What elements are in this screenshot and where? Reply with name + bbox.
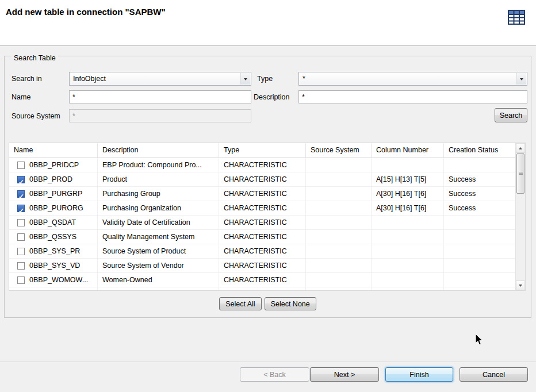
row-name: 0BBP_SYS_VD	[29, 259, 80, 272]
row-creation-status	[444, 158, 515, 172]
name-input[interactable]	[69, 90, 251, 103]
table-row[interactable]	[9, 287, 515, 290]
add-table-wizard-dialog: Add new table in connection "SAPBW" Sear…	[0, 0, 536, 392]
row-source-system	[306, 158, 372, 172]
table-row[interactable]: 0BBP_WOMOW... Women-Owned CHARACTERISTIC	[9, 273, 515, 287]
row-checkbox[interactable]	[17, 276, 25, 284]
description-label: Description	[254, 93, 290, 102]
table-row[interactable]: 0BBP_QSDAT Validity Date of Certificatio…	[9, 216, 515, 230]
description-input[interactable]	[298, 90, 527, 103]
row-checkbox[interactable]	[17, 176, 25, 183]
table-row[interactable]: 0BBP_QSSYS Quality Management System CHA…	[9, 230, 515, 244]
row-description: Product	[98, 172, 219, 186]
table-row[interactable]: 0BBP_PROD Product CHARACTERISTIC A[15] H…	[9, 172, 515, 187]
row-type: CHARACTERISTIC	[219, 230, 306, 244]
table-body: 0BBP_PRIDCP EBP Product: Compound Pro...…	[9, 158, 515, 290]
name-label: Name	[12, 93, 30, 102]
row-name: 0BBP_PROD	[29, 172, 72, 186]
search-button[interactable]: Search	[495, 108, 527, 122]
search-in-value: InfoObject	[73, 75, 106, 83]
table-row[interactable]: 0BBP_SYS_PR Source System of Product CHA…	[9, 244, 515, 259]
chevron-down-icon[interactable]	[240, 73, 250, 84]
row-source-system	[306, 187, 372, 201]
row-checkbox[interactable]	[17, 219, 25, 226]
row-type	[219, 287, 306, 290]
row-column-number: A[30] H[16] T[6]	[372, 201, 444, 215]
type-value: *	[303, 75, 305, 83]
row-creation-status	[444, 287, 515, 290]
type-dropdown[interactable]: *	[298, 72, 527, 86]
table-row[interactable]: 0BBP_PRIDCP EBP Product: Compound Pro...…	[9, 158, 515, 172]
row-creation-status: Success	[444, 187, 515, 201]
row-description: Source System of Product	[98, 244, 219, 258]
row-source-system	[306, 230, 372, 244]
row-source-system	[306, 172, 372, 186]
column-header-type[interactable]: Type	[219, 143, 306, 157]
row-type: CHARACTERISTIC	[219, 172, 306, 186]
search-in-label: Search in	[12, 74, 42, 83]
source-system-input	[69, 109, 251, 122]
row-name: 0BBP_SYS_PR	[29, 244, 80, 258]
table-row[interactable]: 0BBP_PURORG Purchasing Organization CHAR…	[9, 201, 515, 216]
finish-button[interactable]: Finish	[385, 367, 453, 382]
scrollbar-thumb[interactable]	[516, 153, 524, 194]
select-all-button[interactable]: Select All	[219, 297, 261, 310]
row-creation-status	[444, 244, 515, 258]
column-header-description[interactable]: Description	[98, 143, 219, 157]
table-row[interactable]: 0BBP_SYS_VD Source System of Vendor CHAR…	[9, 259, 515, 273]
next-button[interactable]: Next >	[310, 367, 379, 382]
row-name: 0BBP_PURORG	[29, 201, 83, 215]
row-source-system	[306, 287, 372, 290]
row-column-number	[372, 287, 444, 290]
row-column-number	[372, 158, 444, 172]
row-description: Quality Management System	[98, 230, 219, 244]
row-description: EBP Product: Compound Pro...	[98, 158, 219, 172]
column-header-creation-status[interactable]: Creation Status	[444, 143, 515, 157]
table-row[interactable]: 0BBP_PURGRP Purchasing Group CHARACTERIS…	[9, 187, 515, 201]
chevron-down-icon[interactable]	[516, 73, 526, 84]
row-type: CHARACTERISTIC	[219, 158, 306, 172]
row-column-number: A[15] H[13] T[5]	[372, 172, 444, 186]
cancel-button[interactable]: Cancel	[460, 367, 528, 382]
row-source-system	[306, 201, 372, 215]
row-source-system	[306, 273, 372, 287]
row-checkbox[interactable]	[17, 205, 25, 212]
row-type: CHARACTERISTIC	[219, 259, 306, 272]
row-description: Validity Date of Certification	[98, 216, 219, 229]
row-name: 0BBP_QSDAT	[29, 216, 76, 229]
scroll-up-icon[interactable]	[516, 143, 525, 153]
row-creation-status	[444, 230, 515, 244]
row-column-number	[372, 230, 444, 244]
mouse-cursor	[475, 333, 484, 346]
page-title: Add new table in connection "SAPBW"	[6, 7, 166, 17]
group-label: Search Table	[12, 54, 58, 63]
row-checkbox[interactable]	[17, 162, 25, 169]
search-table-group: Search Table Search in InfoObject Type *…	[4, 56, 531, 318]
row-description: Purchasing Organization	[98, 201, 219, 215]
back-button: < Back	[240, 367, 309, 382]
row-name: 0BBP_PURGRP	[29, 187, 82, 201]
search-in-dropdown[interactable]: InfoObject	[69, 72, 251, 86]
row-creation-status: Success	[444, 201, 515, 215]
row-checkbox[interactable]	[17, 248, 25, 255]
row-description: Women-Owned	[98, 273, 219, 287]
column-header-name[interactable]: Name	[9, 143, 98, 157]
selection-buttons: Select All Select None	[5, 297, 531, 310]
row-name: 0BBP_WOMOW...	[29, 273, 88, 287]
row-description	[98, 287, 219, 290]
table-header: Name Description Type Source System Colu…	[9, 143, 525, 158]
row-creation-status	[444, 216, 515, 229]
source-system-label: Source System	[12, 112, 60, 121]
row-type: CHARACTERISTIC	[219, 201, 306, 215]
row-checkbox[interactable]	[17, 190, 25, 198]
row-column-number	[372, 259, 444, 272]
column-header-source-system[interactable]: Source System	[306, 143, 372, 157]
row-checkbox[interactable]	[17, 262, 25, 270]
vertical-scrollbar[interactable]	[515, 143, 525, 290]
select-none-button[interactable]: Select None	[265, 297, 316, 310]
row-type: CHARACTERISTIC	[219, 216, 306, 229]
scroll-down-icon[interactable]	[516, 280, 525, 290]
column-header-column-number[interactable]: Column Number	[372, 143, 444, 157]
row-checkbox[interactable]	[17, 233, 25, 241]
row-type: CHARACTERISTIC	[219, 244, 306, 258]
